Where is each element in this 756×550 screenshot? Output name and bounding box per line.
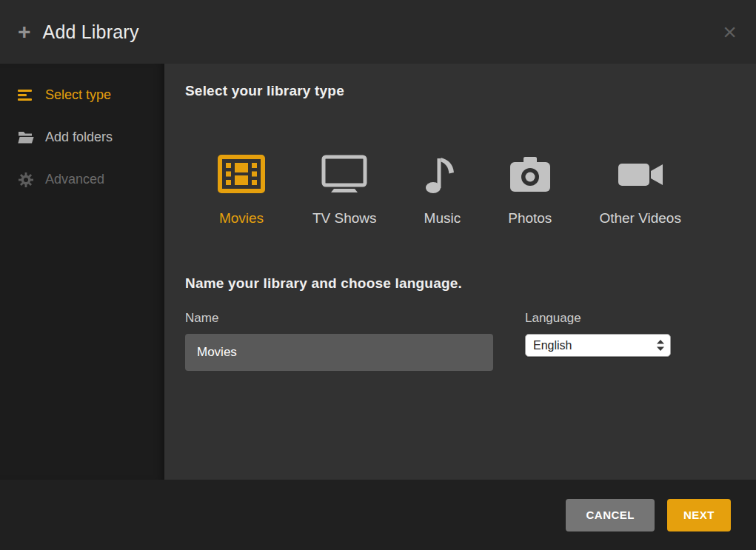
sidebar-item-add-folders[interactable]: Add folders: [0, 116, 164, 158]
sidebar: Select type Add folders: [0, 64, 164, 480]
library-type-row: Movies TV Shows: [218, 154, 734, 227]
library-type-label: TV Shows: [312, 210, 377, 227]
language-field-group: Language English: [525, 311, 671, 371]
gear-icon: [18, 172, 34, 187]
select-type-icon: [18, 90, 34, 101]
sidebar-item-advanced[interactable]: Advanced: [0, 158, 164, 201]
main-content: Select your library type Mov: [164, 64, 756, 480]
library-type-photos[interactable]: Photos: [508, 154, 552, 227]
name-label: Name: [185, 311, 493, 326]
dialog-title: Add Library: [43, 21, 139, 43]
section-title-name-language: Name your library and choose language.: [185, 275, 734, 292]
language-select[interactable]: English: [525, 334, 671, 357]
section-title-library-type: Select your library type: [185, 83, 734, 99]
dialog-footer: CANCEL NEXT: [0, 480, 756, 550]
close-icon[interactable]: ×: [723, 20, 737, 44]
cancel-button[interactable]: CANCEL: [566, 499, 655, 531]
movies-icon: [218, 154, 265, 194]
sidebar-item-label: Advanced: [45, 172, 104, 187]
language-select-value: English: [533, 339, 657, 352]
dialog-body: Select type Add folders: [0, 64, 756, 480]
dialog-header: + Add Library ×: [0, 0, 756, 64]
library-type-label: Other Videos: [599, 210, 681, 227]
library-type-tv-shows[interactable]: TV Shows: [312, 154, 377, 227]
video-camera-icon: [617, 154, 664, 194]
music-note-icon: [424, 154, 460, 194]
sidebar-item-select-type[interactable]: Select type: [0, 74, 164, 116]
select-arrows-icon: [657, 340, 664, 351]
tv-icon: [321, 154, 368, 194]
library-type-music[interactable]: Music: [424, 154, 461, 227]
add-library-dialog: + Add Library × Select type Add folders: [0, 0, 756, 550]
sidebar-item-label: Add folders: [45, 130, 113, 145]
add-icon: +: [18, 21, 31, 43]
library-name-input[interactable]: [185, 334, 493, 371]
library-type-label: Music: [424, 210, 461, 227]
library-type-other-videos[interactable]: Other Videos: [599, 154, 681, 227]
language-label: Language: [525, 311, 671, 326]
next-button[interactable]: NEXT: [667, 499, 731, 531]
library-type-label: Photos: [508, 210, 552, 227]
name-language-form: Name Language English: [185, 311, 734, 371]
sidebar-item-label: Select type: [45, 87, 111, 103]
name-field-group: Name: [185, 311, 493, 371]
folder-icon: [18, 131, 34, 144]
library-type-label: Movies: [219, 210, 264, 227]
camera-icon: [509, 154, 552, 194]
library-type-movies[interactable]: Movies: [218, 154, 265, 227]
